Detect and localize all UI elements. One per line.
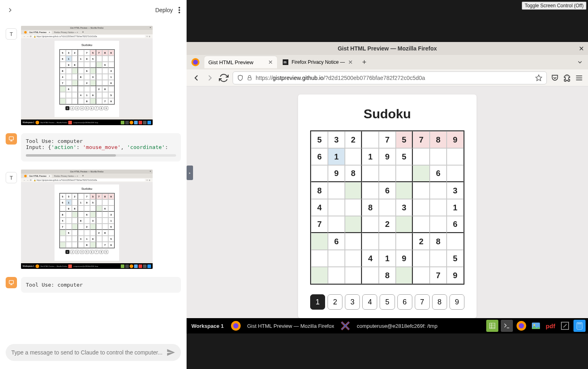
sudoku-cell[interactable]: [413, 182, 430, 199]
sudoku-cell[interactable]: [396, 182, 413, 199]
sudoku-cell[interactable]: 7: [430, 267, 447, 284]
sudoku-cell[interactable]: [413, 250, 430, 267]
sudoku-cell[interactable]: 6: [430, 165, 447, 182]
sudoku-cell[interactable]: [447, 233, 464, 250]
sudoku-cell[interactable]: 8: [430, 233, 447, 250]
sudoku-cell[interactable]: [328, 216, 345, 233]
sudoku-cell[interactable]: 8: [311, 182, 328, 199]
sudoku-cell[interactable]: 2: [345, 131, 362, 148]
splitter-handle[interactable]: [187, 166, 193, 180]
sudoku-cell[interactable]: [396, 165, 413, 182]
sudoku-cell[interactable]: [430, 216, 447, 233]
new-tab-button[interactable]: +: [359, 57, 370, 68]
sudoku-cell[interactable]: 7: [311, 216, 328, 233]
number-button-3[interactable]: 3: [345, 294, 360, 310]
number-button-1[interactable]: 1: [310, 294, 325, 310]
number-button-8[interactable]: 8: [432, 294, 447, 310]
sudoku-cell[interactable]: [379, 199, 396, 216]
sudoku-cell[interactable]: [311, 233, 328, 250]
star-icon[interactable]: [535, 74, 542, 82]
toggle-screen-control[interactable]: Toggle Screen Control (Off): [522, 2, 586, 10]
deploy-button[interactable]: Deploy: [155, 7, 173, 13]
firefox-app-icon[interactable]: [515, 320, 527, 332]
sudoku-cell[interactable]: 2: [379, 216, 396, 233]
sudoku-cell[interactable]: 1: [362, 148, 379, 165]
sudoku-cell[interactable]: [362, 182, 379, 199]
sudoku-cell[interactable]: 1: [447, 199, 464, 216]
sudoku-cell[interactable]: [430, 182, 447, 199]
sudoku-cell[interactable]: [328, 250, 345, 267]
url-bar[interactable]: https://gistpreview.github.io/?d2d12500e…: [233, 71, 547, 84]
tab-close-icon[interactable]: ✕: [348, 59, 353, 65]
sudoku-cell[interactable]: [430, 148, 447, 165]
sudoku-cell[interactable]: [345, 182, 362, 199]
x-logo-icon[interactable]: [340, 320, 351, 331]
sudoku-cell[interactable]: 1: [379, 250, 396, 267]
number-button-2[interactable]: 2: [328, 294, 342, 310]
sudoku-cell[interactable]: 8: [430, 131, 447, 148]
sudoku-cell[interactable]: [396, 267, 413, 284]
sudoku-cell[interactable]: [328, 182, 345, 199]
reload-icon[interactable]: [219, 73, 229, 83]
back-icon[interactable]: [191, 73, 201, 83]
sudoku-cell[interactable]: 5: [396, 131, 413, 148]
sudoku-cell[interactable]: [328, 267, 345, 284]
editor-icon[interactable]: [559, 320, 571, 332]
sudoku-cell[interactable]: [413, 267, 430, 284]
sudoku-cell[interactable]: [379, 165, 396, 182]
sudoku-cell[interactable]: 6: [328, 233, 345, 250]
sudoku-cell[interactable]: [396, 233, 413, 250]
send-icon[interactable]: [166, 348, 175, 357]
sudoku-cell[interactable]: 6: [311, 148, 328, 165]
tab-privacy-notice[interactable]: m Firefox Privacy Notice — ✕: [279, 56, 357, 68]
sudoku-cell[interactable]: [447, 148, 464, 165]
spreadsheet-icon[interactable]: [486, 320, 498, 332]
sudoku-cell[interactable]: [362, 131, 379, 148]
extensions-icon[interactable]: [563, 74, 571, 82]
sudoku-cell[interactable]: [311, 165, 328, 182]
sudoku-cell[interactable]: 2: [413, 233, 430, 250]
number-button-7[interactable]: 7: [415, 294, 430, 310]
sudoku-cell[interactable]: 5: [311, 131, 328, 148]
taskbar-window-title[interactable]: Gist HTML Preview — Mozilla Firefox: [246, 323, 336, 329]
sudoku-cell[interactable]: [345, 233, 362, 250]
sudoku-cell[interactable]: [413, 199, 430, 216]
sudoku-cell[interactable]: [362, 267, 379, 284]
number-button-5[interactable]: 5: [380, 294, 395, 310]
sudoku-cell[interactable]: 6: [379, 182, 396, 199]
pocket-icon[interactable]: [551, 74, 559, 82]
sudoku-cell[interactable]: 4: [311, 199, 328, 216]
screenshot-thumb-1[interactable]: Gist HTML Preview — Mozilla Firefox× Gis…: [21, 26, 153, 125]
calculator-icon[interactable]: [573, 320, 586, 332]
message-input[interactable]: [11, 349, 162, 356]
sudoku-cell[interactable]: [447, 165, 464, 182]
number-button-9[interactable]: 9: [449, 294, 464, 310]
sudoku-cell[interactable]: 9: [328, 165, 345, 182]
sudoku-cell[interactable]: [413, 148, 430, 165]
sudoku-cell[interactable]: 6: [447, 216, 464, 233]
sudoku-cell[interactable]: [345, 216, 362, 233]
sudoku-cell[interactable]: [345, 250, 362, 267]
screenshot-thumb-2[interactable]: Gist HTML Preview — Mozilla Firefox× Gis…: [21, 170, 153, 269]
tab-gist-preview[interactable]: Gist HTML Preview ✕: [204, 56, 277, 68]
firefox-taskbar-icon[interactable]: [230, 320, 242, 331]
sudoku-cell[interactable]: [345, 148, 362, 165]
terminal-icon[interactable]: [501, 320, 513, 332]
scroll-track[interactable]: [26, 154, 176, 157]
tab-close-icon[interactable]: ✕: [268, 59, 273, 65]
menu-dots-icon[interactable]: [178, 7, 180, 13]
sudoku-cell[interactable]: 9: [447, 267, 464, 284]
chevron-right-icon[interactable]: [6, 6, 14, 14]
menu-icon[interactable]: [575, 74, 583, 82]
sudoku-cell[interactable]: [345, 199, 362, 216]
sudoku-cell[interactable]: 3: [447, 182, 464, 199]
sudoku-cell[interactable]: 7: [379, 131, 396, 148]
sudoku-cell[interactable]: 4: [362, 250, 379, 267]
sudoku-cell[interactable]: 3: [328, 131, 345, 148]
sudoku-cell[interactable]: [396, 216, 413, 233]
sudoku-cell[interactable]: [311, 250, 328, 267]
number-button-6[interactable]: 6: [397, 294, 412, 310]
sudoku-cell[interactable]: [362, 233, 379, 250]
sudoku-cell[interactable]: 9: [379, 148, 396, 165]
sudoku-cell[interactable]: 8: [345, 165, 362, 182]
